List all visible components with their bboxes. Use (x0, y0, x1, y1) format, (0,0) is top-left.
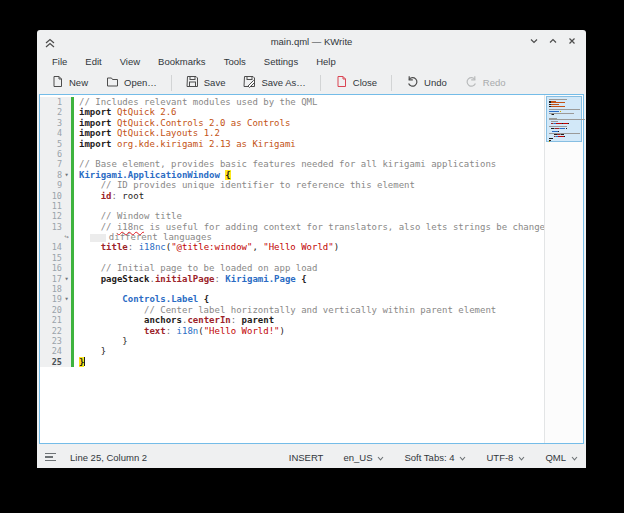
open-button[interactable]: Open… (98, 72, 165, 93)
fold-column (62, 107, 71, 117)
fold-column (62, 263, 71, 273)
line-number: 13 (40, 222, 62, 232)
line-number: 15 (40, 253, 62, 263)
toolbar-separator (391, 75, 392, 91)
code-line[interactable]: 8▾Kirigami.ApplicationWindow { (40, 170, 544, 180)
code-line[interactable]: 11 (40, 201, 544, 211)
menu-item-view[interactable]: View (111, 54, 149, 69)
chevron-down-icon (571, 452, 578, 463)
window-title: main.qml — KWrite (37, 36, 586, 47)
code-line[interactable]: 1// Includes relevant modules used by th… (40, 97, 544, 107)
toolview-icon[interactable] (45, 453, 56, 462)
tab-mode-select[interactable]: Soft Tabs: 4 (404, 452, 466, 463)
fold-column (62, 201, 71, 211)
line-number: 11 (40, 201, 62, 211)
code-line[interactable]: 5import org.kde.kirigami 2.13 as Kirigam… (40, 139, 544, 149)
fold-column (62, 191, 71, 201)
line-number: 6 (40, 149, 62, 159)
code-line[interactable]: 25} (40, 357, 544, 367)
code-line[interactable]: 17▾ pageStack.initialPage: Kirigami.Page… (40, 274, 544, 284)
toolbar-separator (171, 75, 172, 91)
save-button[interactable]: Save (178, 72, 234, 93)
redo-button[interactable]: Redo (457, 72, 514, 93)
toolbar-button-label: Undo (424, 77, 447, 88)
chevron-down-icon (377, 452, 384, 463)
line-number: 3 (40, 118, 62, 128)
toolbar-separator (320, 75, 321, 91)
code-line[interactable]: 14 title: i18nc("@title:window", "Hello … (40, 242, 544, 252)
close-button[interactable]: Close (327, 72, 385, 93)
fold-column (62, 284, 71, 294)
toolbar-button-label: Save (204, 77, 226, 88)
code-line[interactable]: 12 // Window title (40, 211, 544, 221)
menu-item-bookmarks[interactable]: Bookmarks (149, 54, 215, 69)
close-window-button[interactable] (566, 35, 578, 47)
menu-item-settings[interactable]: Settings (255, 54, 307, 69)
keep-above-icon[interactable] (45, 34, 55, 52)
code-line[interactable]: 21 anchors.centerIn: parent (40, 315, 544, 325)
code-fold-icon[interactable]: ▾ (62, 274, 71, 284)
code-line[interactable]: 18 (40, 284, 544, 294)
toolbar-button-label: New (69, 77, 88, 88)
code-line[interactable]: 15 (40, 253, 544, 263)
undo-button[interactable]: Undo (398, 72, 455, 93)
code-line[interactable]: 2import QtQuick 2.6 (40, 107, 544, 117)
save-as-button[interactable]: Save As… (235, 72, 313, 93)
new-button[interactable]: New (43, 72, 96, 93)
cursor-position[interactable]: Line 25, Column 2 (70, 452, 147, 463)
menu-item-file[interactable]: File (43, 54, 76, 69)
line-number: 20 (40, 305, 62, 315)
statusbar-right: INSERT en_US Soft Tabs: 4 UTF-8 QML (289, 452, 578, 463)
syntax-select[interactable]: QML (545, 452, 578, 463)
line-number: 18 (40, 284, 62, 294)
code-line[interactable]: 10 id: root (40, 191, 544, 201)
line-number: 21 (40, 315, 62, 325)
editor-view[interactable]: 1// Includes relevant modules used by th… (39, 94, 584, 444)
toolbar-button-label: Close (353, 77, 377, 88)
chevron-down-icon (459, 452, 466, 463)
dictionary-select[interactable]: en_US (343, 452, 384, 463)
fold-column (62, 242, 71, 252)
code-line[interactable]: 4import QtQuick.Layouts 1.2 (40, 128, 544, 138)
input-mode[interactable]: INSERT (289, 452, 324, 463)
code-area[interactable]: 1// Includes relevant modules used by th… (40, 95, 544, 443)
desktop-background: main.qml — KWrite FileEditViewBookmarksT… (0, 0, 624, 513)
maximize-button[interactable] (547, 35, 559, 47)
code-line[interactable]: 6 (40, 149, 544, 159)
scrollbar-minimap[interactable] (544, 95, 583, 443)
menu-item-help[interactable]: Help (307, 54, 345, 69)
fold-column (62, 139, 71, 149)
fold-column: ↪ (62, 232, 71, 242)
toolbar-button-label: Open… (124, 77, 157, 88)
code-line[interactable]: 22 text: i18n("Hello World!") (40, 326, 544, 336)
minimap-visible-region[interactable] (546, 96, 582, 142)
fold-column (62, 305, 71, 315)
menu-item-tools[interactable]: Tools (215, 54, 255, 69)
fold-column (62, 211, 71, 221)
code-line[interactable]: 13 // i18nc is useful for adding context… (40, 222, 544, 232)
titlebar[interactable]: main.qml — KWrite (37, 30, 586, 52)
code-fold-icon[interactable]: ▾ (62, 294, 71, 304)
close-document-icon (335, 75, 348, 90)
line-number (40, 232, 62, 242)
code-line[interactable]: 7// Base element, provides basic feature… (40, 159, 544, 169)
code-line[interactable]: 23 } (40, 336, 544, 346)
encoding-select[interactable]: UTF-8 (486, 452, 525, 463)
code-line[interactable]: 24 } (40, 346, 544, 356)
fold-column (62, 118, 71, 128)
code-line[interactable]: 9 // ID provides unique identifier to re… (40, 180, 544, 190)
line-number: 2 (40, 107, 62, 117)
line-number: 17 (40, 274, 62, 284)
code-line[interactable]: ↪ different languages (40, 232, 544, 242)
minimize-button[interactable] (528, 35, 540, 47)
code-line[interactable]: 20 // Center label horizontally and vert… (40, 305, 544, 315)
line-number: 12 (40, 211, 62, 221)
menu-item-edit[interactable]: Edit (76, 54, 110, 69)
undo-icon (406, 75, 419, 90)
code-fold-icon[interactable]: ▾ (62, 170, 71, 180)
code-line[interactable]: 3import QtQuick.Controls 2.0 as Controls (40, 118, 544, 128)
code-line[interactable]: 19▾ Controls.Label { (40, 294, 544, 304)
code-line[interactable]: 16 // Initial page to be loaded on app l… (40, 263, 544, 273)
line-number: 14 (40, 242, 62, 252)
chevron-down-icon (518, 452, 525, 463)
